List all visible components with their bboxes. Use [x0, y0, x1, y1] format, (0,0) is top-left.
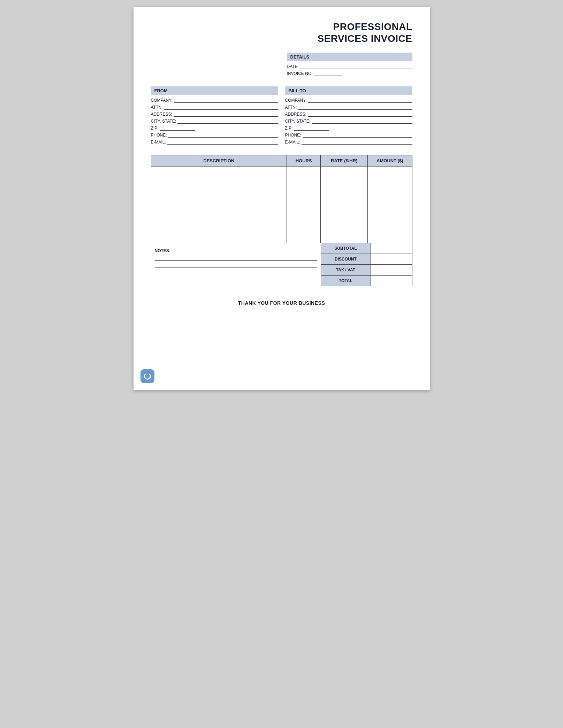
billto-city-label: CITY, STATE: [285, 119, 311, 124]
notes-line-2[interactable] [155, 268, 318, 268]
from-zip-label: ZIP: [151, 126, 159, 131]
from-phone-input[interactable] [168, 133, 278, 138]
from-company-row: COMPANY: [151, 98, 278, 103]
billto-zip-row: ZIP: [285, 126, 412, 131]
discount-value[interactable] [371, 254, 412, 264]
thank-you-text: THANK YOU FOR YOUR BUSINESS [151, 300, 412, 306]
from-section: FROM COMPANY: ATTN: ADDRESS: CITY, STATE… [151, 86, 278, 147]
total-value[interactable] [371, 276, 412, 286]
totals-section: SUBTOTAL DISCOUNT TAX / VAT TOTAL [321, 243, 412, 286]
notes-line-1[interactable] [155, 260, 318, 261]
billto-email-input[interactable] [302, 140, 412, 145]
billto-header: BILL TO [285, 86, 412, 95]
notes-label: NOTES: [155, 247, 318, 253]
description-cell[interactable] [151, 166, 287, 243]
from-zip-input[interactable] [160, 126, 195, 131]
col-hours-header: HOURS [287, 155, 320, 166]
rate-cell[interactable] [321, 166, 368, 243]
invoice-title-block: PROFESSIONAL SERVICES INVOICE [151, 21, 412, 44]
invoice-no-input-line[interactable] [314, 71, 342, 76]
from-billto-row: FROM COMPANY: ATTN: ADDRESS: CITY, STATE… [151, 86, 412, 147]
table-header-row: DESCRIPTION HOURS RATE ($/HR) AMOUNT ($) [151, 155, 412, 166]
billto-phone-input[interactable] [303, 133, 412, 138]
tax-row: TAX / VAT [321, 265, 412, 276]
col-amount-header: AMOUNT ($) [368, 155, 412, 166]
from-attn-label: ATTN: [151, 105, 163, 110]
billto-city-input[interactable] [312, 119, 412, 124]
billto-address-label: ADDRESS: [285, 112, 306, 117]
billto-company-row: COMPANY: [285, 98, 412, 103]
subtotal-label: SUBTOTAL [321, 243, 371, 254]
from-zip-row: ZIP: [151, 126, 278, 131]
date-field-row: DATE: [287, 64, 412, 69]
from-company-input[interactable] [174, 98, 278, 103]
from-city-label: CITY, STATE: [151, 119, 176, 124]
from-email-row: E-MAIL: [151, 140, 278, 145]
hours-cell[interactable] [287, 166, 320, 243]
subtotal-value[interactable] [371, 243, 412, 254]
subtotal-row: SUBTOTAL [321, 243, 412, 254]
date-input-line[interactable] [300, 64, 412, 69]
billto-city-row: CITY, STATE: [285, 119, 412, 124]
table-row [151, 166, 412, 243]
from-address-input[interactable] [174, 112, 278, 117]
from-attn-row: ATTN: [151, 105, 278, 110]
discount-row: DISCOUNT [321, 254, 412, 265]
invoice-no-label: INVOICE NO. [287, 71, 313, 76]
billto-company-input[interactable] [308, 98, 412, 103]
billto-address-row: ADDRESS: [285, 112, 412, 117]
col-rate-header: RATE ($/HR) [321, 155, 368, 166]
from-phone-label: PHONE: [151, 133, 167, 138]
from-email-label: E-MAIL: [151, 140, 166, 145]
bottom-section: NOTES: SUBTOTAL DISCOUNT TAX / VAT TOTAL [151, 243, 412, 286]
billto-section: BILL TO COMPANY: ATTN: ADDRESS: CITY, ST… [285, 86, 412, 147]
from-city-input[interactable] [177, 119, 278, 124]
from-address-row: ADDRESS: [151, 112, 278, 117]
total-label: TOTAL [321, 276, 371, 286]
from-phone-row: PHONE: [151, 133, 278, 138]
from-header: FROM [151, 86, 278, 95]
app-icon [140, 369, 154, 383]
invoice-title: PROFESSIONAL SERVICES INVOICE [151, 21, 412, 44]
col-description-header: DESCRIPTION [151, 155, 287, 166]
invoice-table: DESCRIPTION HOURS RATE ($/HR) AMOUNT ($) [151, 155, 412, 243]
tax-value[interactable] [371, 265, 412, 275]
invoice-page: PROFESSIONAL SERVICES INVOICE DETAILS DA… [134, 7, 430, 390]
billto-address-input[interactable] [308, 112, 412, 117]
details-box: DETAILS DATE: INVOICE NO. [287, 53, 412, 78]
invoice-no-field-row: INVOICE NO. [287, 71, 412, 76]
from-company-label: COMPANY: [151, 98, 173, 103]
notes-section: NOTES: [151, 243, 321, 286]
from-attn-input[interactable] [164, 105, 278, 110]
app-icon-inner [144, 373, 151, 380]
billto-attn-label: ATTN: [285, 105, 297, 110]
billto-attn-row: ATTN: [285, 105, 412, 110]
discount-label: DISCOUNT [321, 254, 371, 264]
billto-company-label: COMPANY: [285, 98, 307, 103]
details-header: DETAILS [287, 53, 412, 61]
billto-phone-row: PHONE: [285, 133, 412, 138]
billto-email-row: E-MAIL: [285, 140, 412, 145]
total-row: TOTAL [321, 276, 412, 286]
billto-zip-input[interactable] [294, 126, 329, 131]
from-email-input[interactable] [167, 140, 278, 145]
billto-phone-label: PHONE: [285, 133, 301, 138]
billto-zip-label: ZIP: [285, 126, 293, 131]
date-label: DATE: [287, 64, 299, 69]
tax-label: TAX / VAT [321, 265, 371, 275]
amount-cell[interactable] [368, 166, 412, 243]
details-section: DETAILS DATE: INVOICE NO. [151, 53, 412, 78]
billto-email-label: E-MAIL: [285, 140, 300, 145]
from-address-label: ADDRESS: [151, 112, 172, 117]
billto-attn-input[interactable] [298, 105, 412, 110]
from-city-row: CITY, STATE: [151, 119, 278, 124]
